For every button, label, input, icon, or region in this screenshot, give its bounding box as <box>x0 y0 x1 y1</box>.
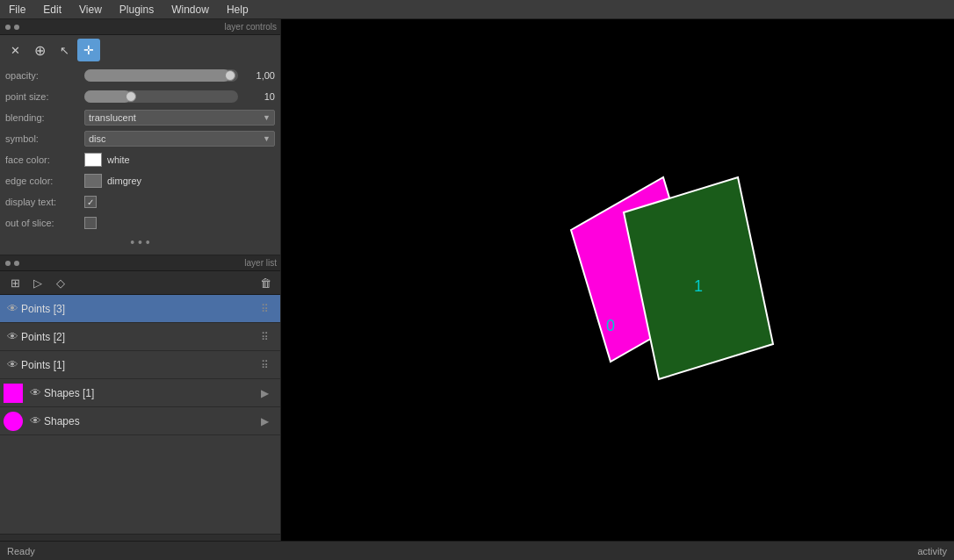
symbol-dropdown-arrow: ▼ <box>263 134 271 143</box>
edge-color-value: dimgrey <box>84 174 275 188</box>
layer-name: Points [3] <box>21 303 261 315</box>
blending-dropdown-arrow: ▼ <box>263 113 271 122</box>
point-size-label: point size: <box>5 91 84 102</box>
face-color-name: white <box>107 154 130 165</box>
left-panel: layer controls ✕ ⊕ ↖ ✛ opacity: 1,00 <box>0 19 281 560</box>
status-bar: Ready activity <box>0 541 954 560</box>
edge-color-swatch[interactable] <box>84 174 102 188</box>
visibility-icon[interactable]: 👁 <box>4 300 21 318</box>
point-size-slider-fill <box>84 90 131 103</box>
edge-color-row: edge color: dimgrey <box>0 170 280 191</box>
symbol-label: symbol: <box>5 133 84 144</box>
opacity-slider-fill <box>84 69 230 82</box>
face-color-value: white <box>84 153 275 167</box>
menu-view[interactable]: View <box>70 2 111 18</box>
menu-help[interactable]: Help <box>218 2 257 18</box>
menu-file[interactable]: File <box>0 2 34 18</box>
point-size-slider[interactable] <box>84 90 238 103</box>
out-of-slice-checkbox[interactable] <box>84 217 97 229</box>
visibility-icon[interactable]: 👁 <box>4 328 21 346</box>
opacity-value: 1,00 <box>84 69 275 82</box>
layer-name: Points [2] <box>21 331 261 343</box>
out-of-slice-row: out of slice: <box>0 212 280 233</box>
opacity-row: opacity: 1,00 <box>0 65 280 86</box>
visibility-icon[interactable]: 👁 <box>26 413 44 430</box>
drag-handle-icon: ⠿ <box>261 303 277 315</box>
layer-item-points2[interactable]: 👁 Points [2] ⠿ <box>0 323 280 351</box>
layer-item-points3[interactable]: 👁 Points [3] ⠿ <box>0 295 280 323</box>
layer-item-points1[interactable]: 👁 Points [1] ⠿ <box>0 351 280 379</box>
menu-edit[interactable]: Edit <box>34 2 70 18</box>
point-size-slider-thumb <box>126 91 136 102</box>
visibility-icon[interactable]: 👁 <box>26 384 44 402</box>
drag-handle-icon: ▶ <box>261 387 277 399</box>
point-size-row: point size: 10 <box>0 86 280 107</box>
menu-window[interactable]: Window <box>163 2 218 18</box>
add-icon[interactable]: ⊕ <box>28 39 51 61</box>
dot-icon <box>14 261 19 266</box>
display-text-checkbox[interactable] <box>84 196 97 208</box>
layer-item-shapes1[interactable]: 👁 Shapes [1] ▶ <box>0 379 280 407</box>
layer-list-title: layer list <box>244 258 277 268</box>
edge-color-label: edge color: <box>5 176 84 186</box>
point-size-number: 10 <box>242 91 275 102</box>
label-1-left: 1 <box>694 277 703 295</box>
drag-handle-icon: ⠿ <box>261 359 277 371</box>
layer-controls-section: layer controls ✕ ⊕ ↖ ✛ opacity: 1,00 <box>0 19 280 255</box>
delete-layer-icon[interactable]: 🗑 <box>254 273 277 292</box>
drag-handle-icon: ⠿ <box>261 331 277 343</box>
delete-icon[interactable]: ✕ <box>4 39 26 61</box>
dot-icon <box>5 261 11 266</box>
display-text-row: display text: <box>0 191 280 212</box>
move-icon[interactable]: ✛ <box>77 39 100 61</box>
layer-name: Points [1] <box>21 359 261 371</box>
more-options-dots: • • • <box>0 233 280 251</box>
tag-icon[interactable]: ◇ <box>49 273 72 292</box>
dot-icon <box>5 25 11 30</box>
face-color-label: face color: <box>5 154 84 165</box>
shapes-thumb <box>4 412 23 431</box>
canvas-svg: 0 1 1 0 <box>281 19 954 541</box>
visibility-icon[interactable]: 👁 <box>4 356 21 374</box>
point-size-value: 10 <box>84 90 275 103</box>
symbol-dropdown-value: disc <box>89 133 106 144</box>
layer-name: Shapes <box>44 415 261 427</box>
status-text: Ready <box>7 546 917 556</box>
face-color-row: face color: white <box>0 149 280 170</box>
shapes1-thumb <box>4 384 23 403</box>
blending-value: translucent ▼ <box>84 110 275 126</box>
opacity-slider-thumb <box>225 70 235 81</box>
blending-dropdown-value: translucent <box>89 112 136 123</box>
cursor-icon[interactable]: ↖ <box>53 39 76 61</box>
dot-icon <box>14 25 19 30</box>
blending-label: blending: <box>5 112 84 123</box>
symbol-dropdown[interactable]: disc ▼ <box>84 131 275 147</box>
layer-list-header: layer list <box>0 255 280 271</box>
canvas-area[interactable]: 0 1 1 0 0 ▶ ◼ <box>281 19 954 560</box>
layer-name: Shapes [1] <box>44 387 261 399</box>
grid-icon[interactable]: ⊞ <box>4 273 26 292</box>
display-text-value <box>84 196 275 208</box>
layer-list-toolbar: ⊞ ▷ ◇ 🗑 <box>0 271 280 295</box>
activity-link[interactable]: activity <box>917 546 947 556</box>
main-layout: layer controls ✕ ⊕ ↖ ✛ opacity: 1,00 <box>0 19 954 560</box>
symbol-row: symbol: disc ▼ <box>0 128 280 149</box>
display-text-label: display text: <box>5 197 84 207</box>
drag-handle-icon: ▶ <box>261 415 277 427</box>
layer-list-section: layer list ⊞ ▷ ◇ 🗑 👁 Points [3] ⠿ 👁 Poin… <box>0 255 280 534</box>
opacity-label: opacity: <box>5 70 84 81</box>
layer-controls-title: layer controls <box>225 22 277 32</box>
blending-dropdown[interactable]: translucent ▼ <box>84 110 275 126</box>
shape-icon[interactable]: ▷ <box>26 273 49 292</box>
out-of-slice-label: out of slice: <box>5 218 84 228</box>
label-0-left: 0 <box>606 317 615 334</box>
blending-row: blending: translucent ▼ <box>0 107 280 128</box>
opacity-slider[interactable] <box>84 69 238 82</box>
menu-bar: File Edit View Plugins Window Help <box>0 0 954 19</box>
face-color-swatch[interactable] <box>84 153 102 167</box>
edge-color-name: dimgrey <box>107 176 141 186</box>
menu-plugins[interactable]: Plugins <box>111 2 163 18</box>
layer-controls-toolbar: ✕ ⊕ ↖ ✛ <box>0 35 280 65</box>
layer-item-shapes[interactable]: 👁 Shapes ▶ <box>0 407 280 435</box>
layer-controls-header: layer controls <box>0 19 280 35</box>
